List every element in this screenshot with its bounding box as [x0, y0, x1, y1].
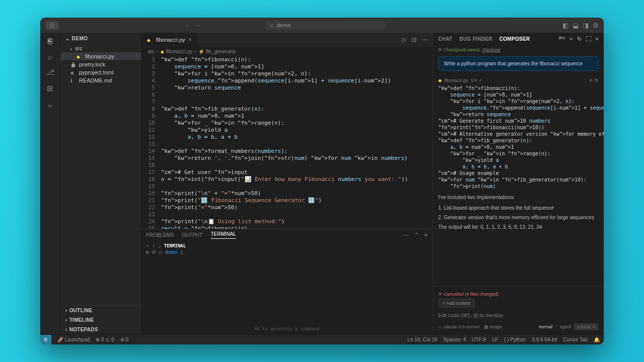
add-context-button[interactable]: + Add context [438, 299, 475, 308]
tab-chat[interactable]: CHAT [438, 36, 452, 42]
user-prompt: Write a python program that generates th… [438, 56, 599, 71]
python-file-icon [147, 37, 153, 43]
terminal-body[interactable]: › › ⌄ TERMINAL ⊕⟳○ demo ▯ ⌘K to generate… [141, 241, 433, 334]
ai-code-block[interactable]: "kw">def "fn">fibonacci(n): sequence = [… [438, 85, 599, 190]
back-arrow-icon[interactable]: ← [184, 21, 191, 29]
file-tree: src fibonacci.py poetry.lock pyproject.t… [60, 44, 141, 305]
encoding[interactable]: UTF-8 [472, 337, 486, 342]
breadcrumb[interactable]: src fibonacci.py ⚡fib_generator [141, 47, 433, 56]
search-sidebar-icon[interactable]: ⌕ [48, 52, 52, 61]
file-readme[interactable]: README.md [60, 76, 141, 84]
file-poetry-lock[interactable]: poetry.lock [60, 60, 141, 68]
python-version[interactable]: 3.9.6 64-bit [532, 337, 557, 342]
history-icon[interactable]: ↻ [577, 36, 582, 42]
chevron-down-icon: ⌄ [158, 243, 161, 248]
refresh-icon[interactable]: ⟳ [595, 78, 599, 83]
chevron-down-icon[interactable]: ⌄ [47, 100, 53, 109]
tab-output[interactable]: OUTPUT [182, 232, 203, 238]
tab-terminal[interactable]: TERMINAL [211, 231, 236, 239]
line-numbers: 1234567891011121314151617181920212223242… [141, 56, 161, 229]
terminal-panel: PROBLEMS OUTPUT TERMINAL ⋯ ⌃ × › › ⌄ TER… [141, 229, 433, 334]
file-label: pyproject.toml [79, 69, 113, 75]
remote-indicator[interactable]: ⎘ [40, 335, 51, 345]
close-icon[interactable]: × [595, 36, 599, 42]
titlebar: ← → ⌕ demo ◧ ⬓ ◨ ⚙ [40, 18, 604, 33]
sidebar-header[interactable]: ⌄ DEMO [60, 33, 141, 44]
sidebar: ⌄ DEMO src fibonacci.py poetry.lock [60, 33, 141, 334]
shortcut-label: ⌘N [558, 36, 566, 42]
code-content[interactable]: "kw">def "fn">fibonacci(n): sequence = [… [161, 56, 433, 229]
folder-icon [70, 45, 72, 51]
layout-right-icon[interactable]: ◨ [583, 22, 589, 29]
cursor-position[interactable]: Ln 10, Col 16 [408, 337, 438, 342]
plus-icon[interactable]: + [570, 36, 573, 42]
statusbar: ⎘ 🚀 Launchpad ⊗ 0 ⚠ 0 ⊚ 0 Ln 10, Col 16 … [40, 334, 604, 344]
mode-normal[interactable]: normal [538, 324, 552, 329]
markdown-file-icon [70, 77, 76, 83]
activity-bar: ⎘ ⌕ ⎇ ⊞ ⌄ [40, 33, 60, 334]
errors-count[interactable]: ⊗ 0 ⚠ 0 [96, 337, 114, 342]
layout-bottom-icon[interactable]: ⬓ [573, 22, 579, 29]
search-input[interactable]: ⌕ demo [265, 21, 386, 30]
source-control-icon[interactable]: ⎇ [46, 68, 54, 77]
more-icon[interactable]: ⋯ [403, 232, 409, 239]
model-selector[interactable]: claude-3.5-sonnet [444, 324, 480, 329]
run-icon[interactable]: ▷ [402, 36, 407, 43]
folder-label: src [75, 45, 83, 51]
file-label: fibonacci.py [85, 53, 114, 59]
explorer-icon[interactable]: ⎘ [48, 37, 52, 45]
forward-arrow-icon[interactable]: → [194, 21, 201, 29]
tab-fibonacci[interactable]: fibonacci.py × [141, 33, 198, 47]
cancelled-status: ✕ Cancelled (4 files changed) [438, 290, 599, 299]
tab-problems[interactable]: PROBLEMS [146, 232, 174, 238]
python-file-icon [160, 49, 164, 54]
close-icon[interactable]: × [188, 36, 192, 43]
code-editor[interactable]: 1234567891011121314151617181920212223242… [141, 56, 433, 229]
search-text: demo [277, 22, 291, 28]
copy-icon[interactable]: ⎘ [590, 78, 592, 83]
notepads-section[interactable]: › NOTEPADS [60, 325, 141, 334]
file-pyproject[interactable]: pyproject.toml [60, 68, 141, 76]
python-file-icon [76, 53, 83, 59]
submit-button[interactable]: submit ⏎ [574, 323, 599, 330]
file-badge[interactable]: fibonacci.py [444, 78, 468, 83]
outline-section[interactable]: › OUTLINE [60, 306, 141, 315]
language-mode[interactable]: { } Python [504, 337, 526, 342]
timeline-section[interactable]: › TIMELINE [60, 315, 141, 325]
ai-explanation: I've included two implementations: 1. Li… [433, 190, 604, 286]
more-icon[interactable]: ⋯ [422, 36, 428, 43]
terminal-hint: ⌘K to generate a command [254, 326, 319, 331]
image-attach[interactable]: ▦ image [484, 324, 502, 329]
extensions-icon[interactable]: ⊞ [47, 84, 53, 93]
tab-bugfinder[interactable]: BUG FINDER [459, 36, 492, 42]
chevron-right-icon: › [146, 243, 149, 248]
tab-composer[interactable]: COMPOSER [499, 36, 530, 42]
bell-icon[interactable]: 🔔 [594, 337, 600, 342]
folder-src[interactable]: src [60, 44, 141, 52]
tab-label: fibonacci.py [156, 37, 185, 43]
toml-file-icon [70, 69, 76, 75]
file-label: README.md [79, 77, 112, 83]
chevron-up-icon[interactable]: ⌃ [414, 232, 419, 239]
info-count[interactable]: ⊚ 0 [120, 337, 128, 342]
file-fibonacci[interactable]: fibonacci.py [60, 52, 141, 60]
expand-icon[interactable]: ⛶ [586, 36, 591, 42]
expand-icon: › [152, 243, 155, 248]
composer-input[interactable] [438, 311, 599, 320]
project-name: DEMO [72, 36, 88, 41]
indent-setting[interactable]: Spaces: 4 [443, 337, 465, 342]
ai-panel: CHAT BUG FINDER COMPOSER ⌘N + ↻ ⛶ × ⟳ Ch… [433, 33, 604, 334]
layout-left-icon[interactable]: ◧ [562, 22, 569, 29]
launchpad-button[interactable]: 🚀 Launchpad [57, 337, 90, 342]
search-icon: ⌕ [270, 22, 274, 28]
cursor-tab[interactable]: Cursor Tab [563, 337, 588, 342]
window-controls[interactable] [45, 21, 59, 30]
mode-agent[interactable]: agent [559, 324, 571, 329]
checkout-link[interactable]: checkout [482, 47, 500, 52]
close-icon[interactable]: × [424, 232, 428, 239]
chevron-down-icon: ⌄ [65, 36, 70, 41]
terminal-label: TERMINAL [164, 243, 186, 248]
eol[interactable]: LF [492, 337, 498, 342]
split-icon[interactable]: ⊟ [412, 36, 417, 43]
settings-gear-icon[interactable]: ⚙ [593, 22, 599, 29]
